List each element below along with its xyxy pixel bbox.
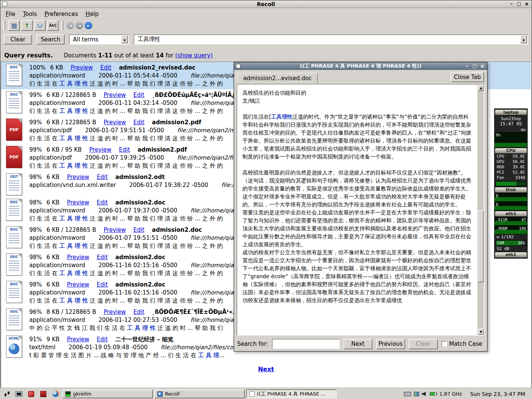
menu-file[interactable]: File <box>3 10 18 18</box>
firefox-launcher[interactable] <box>50 390 61 399</box>
titlebar[interactable]: Recoll <box>0 0 532 8</box>
preview-tab[interactable]: admission2...evised.doc <box>237 73 318 83</box>
preview-maximize-icon[interactable] <box>472 63 478 69</box>
gkrellm-cpu-header[interactable]: CPU <box>495 148 527 154</box>
chevron-down-icon <box>522 36 525 43</box>
find-previous-button[interactable]: Previous <box>376 339 405 349</box>
workspace-grid-icon[interactable] <box>414 392 419 396</box>
edit-link[interactable]: Edit <box>119 146 130 153</box>
preview-link[interactable]: Preview <box>67 199 89 206</box>
minimize-icon[interactable] <box>508 1 515 7</box>
window-icon <box>2 2 7 6</box>
next-page-link[interactable]: Next <box>258 366 274 373</box>
result-meta: application/msword 2006-11-16 02:15:16 -… <box>29 289 234 297</box>
taskbar-clock[interactable]: Sun Sep 23, 3:47 PM <box>465 390 529 398</box>
scrollbar-thumb[interactable] <box>478 210 484 282</box>
term-explorer-button[interactable]: ÂbÇ <box>47 20 59 31</box>
preview-titlebar[interactable]: ((工 PHRASE 4 具 PHRASE 4 理 PHRASE 4 性)) <box>234 62 487 70</box>
preview-link[interactable]: Preview <box>104 92 126 98</box>
menu-tools[interactable]: Tools <box>20 10 40 18</box>
preview-paragraph: 我们生活在[工具理性泛滥的时代。作为“世之显学”的诸种以“事实”与“价值”的二分… <box>242 113 472 161</box>
preview-minimize-icon[interactable] <box>464 63 470 69</box>
result-url: file:/ <box>222 182 234 188</box>
menubar: File Tools Preferences Help <box>0 8 532 19</box>
file-type-label: DOC <box>6 65 22 69</box>
query-input[interactable]: 工具理性 <box>134 35 528 44</box>
keyboard-icon[interactable] <box>404 392 411 396</box>
history-arrow-button[interactable] <box>520 35 527 43</box>
find-clear-button[interactable]: Clear <box>409 339 438 349</box>
match-case-checkbox[interactable] <box>442 341 447 347</box>
arrow-up-icon <box>24 22 29 29</box>
menu-preferences[interactable]: Preferences <box>41 10 81 18</box>
edit-link[interactable]: Edit <box>97 281 108 288</box>
find-next-button[interactable]: Next <box>344 339 372 349</box>
result-mime: application/pdf <box>29 127 72 134</box>
history-button[interactable] <box>34 20 46 31</box>
edit-link[interactable]: Edit <box>133 226 144 233</box>
page-lines-decoration <box>9 261 19 272</box>
app-launcher-red-2[interactable] <box>38 390 49 399</box>
results-title: Query results. <box>4 52 53 59</box>
app-launcher-red[interactable] <box>26 390 36 399</box>
preview-link[interactable]: Preview <box>67 254 89 261</box>
preview-link[interactable]: Preview <box>67 281 89 288</box>
close-icon[interactable] <box>524 1 530 7</box>
clear-button[interactable]: Clear <box>4 34 32 44</box>
maximize-icon[interactable] <box>516 1 522 7</box>
close-tab-button[interactable]: Close Tab <box>451 72 484 82</box>
preview-link[interactable]: Preview <box>104 226 126 233</box>
task-button-preview[interactable]: ((工 PHRASE 4 具 PHRASE ... <box>246 390 337 398</box>
snippet-text: ... <box>219 352 225 359</box>
edit-link[interactable]: Edit <box>100 64 111 71</box>
scroll-down-icon[interactable] <box>478 329 484 335</box>
preview-link[interactable]: Preview <box>67 174 89 180</box>
preview-link[interactable]: Preview <box>71 64 93 71</box>
cpu-chart-label: 0% <box>496 133 500 137</box>
preview-close-icon[interactable] <box>479 63 485 69</box>
scroll-up-icon[interactable] <box>478 85 484 91</box>
edit-link[interactable]: Edit <box>133 92 144 98</box>
combo-arrow-button[interactable] <box>121 35 128 43</box>
next-page-button[interactable] <box>85 22 92 29</box>
result-meta: application/msword 2006-11-16 02:15:16 -… <box>29 261 234 269</box>
gkrellm-net-header[interactable]: eth1 <box>495 211 527 217</box>
gkrellm-disk-header[interactable]: Disk <box>495 187 527 193</box>
first-page-button[interactable] <box>66 22 74 29</box>
toolbar-grip[interactable] <box>3 21 5 30</box>
search-button[interactable]: Search <box>36 34 65 44</box>
edit-link[interactable]: Edit <box>97 174 108 180</box>
speaker-icon[interactable] <box>422 392 427 396</box>
preview-link[interactable]: Preview <box>67 336 89 343</box>
fan-label: Fan <box>497 175 504 180</box>
query-config-button[interactable] <box>8 20 20 31</box>
preview-link[interactable]: Preview <box>89 146 111 153</box>
task-button-gkrellm[interactable]: gkrellm <box>62 390 153 398</box>
edit-link[interactable]: Edit <box>97 199 108 206</box>
preview-link[interactable]: Preview <box>104 119 126 126</box>
task-button-recoll[interactable]: Recoll <box>154 390 245 398</box>
edit-link[interactable]: Edit <box>97 336 108 343</box>
preview-scrollbar[interactable] <box>478 85 484 335</box>
footprints-launcher[interactable] <box>2 390 12 399</box>
mail-row[interactable]: 1/192 <box>495 234 527 240</box>
edit-link[interactable]: Edit <box>133 119 144 126</box>
gkrellm-hostname[interactable]: laptop <box>495 109 527 115</box>
show-query-link[interactable]: (show query) <box>175 52 213 59</box>
snippet-text: 们 生 活 在 <box>29 270 59 277</box>
menu-help[interactable]: Help <box>82 10 101 18</box>
result-score: 99% <box>29 146 42 153</box>
prev-page-button[interactable] <box>76 22 83 29</box>
result-text: 99% 6 KB / 95 KB Preview Edit admission2… <box>29 146 233 170</box>
result-size: 6 KB / 1228865 B <box>46 92 96 98</box>
terminal-launcher[interactable] <box>14 390 24 399</box>
battery-icon[interactable] <box>430 392 437 396</box>
edit-link[interactable]: Edit <box>97 254 108 261</box>
search-mode-select[interactable]: All terms <box>69 35 129 44</box>
sort-button[interactable] <box>21 20 33 31</box>
preview-link[interactable]: Preview <box>104 309 126 315</box>
toolbar-grip-2[interactable] <box>62 21 63 30</box>
find-input[interactable] <box>272 339 340 349</box>
edit-link[interactable]: Edit <box>133 309 144 315</box>
gkrellm-bottom-header[interactable]: eth1 <box>495 252 527 258</box>
